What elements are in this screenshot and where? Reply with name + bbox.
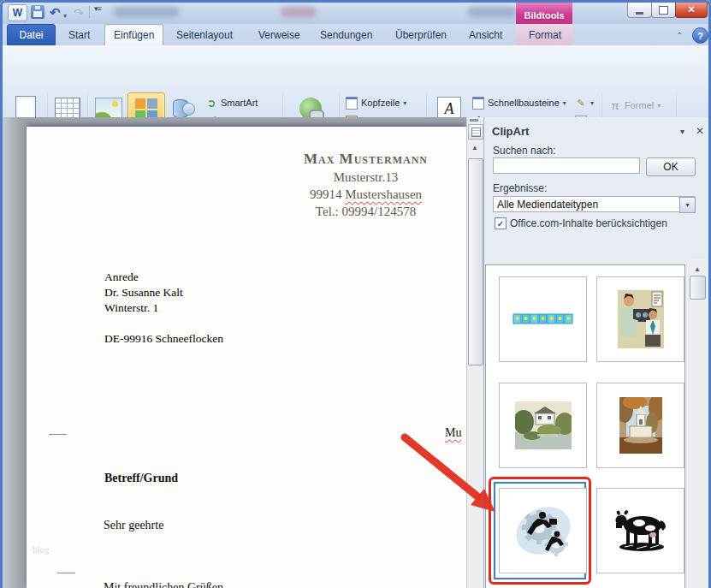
- recipient-city-line: DE-99916 Schneeflocken: [104, 331, 223, 347]
- dropdown-icon: ▾: [657, 103, 661, 109]
- results-scroll-up-icon[interactable]: ▲: [690, 262, 704, 276]
- letterhead-name: Max Mustermann: [257, 151, 475, 168]
- clipart-thumbnail-eye-exam[interactable]: [596, 276, 684, 362]
- close-button[interactable]: ✕: [675, 3, 708, 18]
- maximize-button[interactable]: [651, 3, 676, 18]
- dropdown-icon: ▾: [563, 100, 566, 106]
- clipart-thumbnail-cow[interactable]: [596, 488, 684, 573]
- media-type-dropdown-icon[interactable]: ▾: [679, 197, 696, 213]
- ribbon: Seiten ▾ Tabelle ▾ Tabellen Grafik ClipA…: [0, 45, 711, 118]
- cow-image: [611, 508, 671, 553]
- formel-button: π Formel ▾: [609, 97, 661, 114]
- help-icon[interactable]: ?: [692, 27, 708, 44]
- undo-dropdown-icon[interactable]: ▾: [63, 9, 67, 23]
- equation-pi-icon: π: [609, 99, 621, 111]
- schnellbausteine-button[interactable]: Schnellbausteine ▾: [472, 94, 566, 111]
- minimize-button[interactable]: [627, 3, 652, 18]
- letterhead-street: Musterstr.13: [257, 170, 475, 185]
- tab-seitenlayout[interactable]: Seitenlayout: [168, 24, 241, 45]
- contextual-tab-group-header: Bildtools: [516, 0, 572, 24]
- save-icon[interactable]: [31, 5, 44, 19]
- film-strip-image: [513, 312, 574, 326]
- salutation-line: Sehr geehrte: [104, 519, 163, 532]
- word-application-icon[interactable]: W: [8, 4, 27, 21]
- redo-icon: ↷: [74, 5, 84, 20]
- recipient-street-line: Winterstr. 1: [104, 300, 223, 316]
- house-lake-image: [515, 401, 572, 449]
- word-window: W ↶ ▾ ↷ ▾≡ Bildtools ✕ Datei Start Einfü…: [0, 0, 711, 588]
- church-autumn-image: [619, 397, 662, 454]
- clipart-thumbnail-film-strip[interactable]: [499, 276, 587, 362]
- subject-line: Betreff/Grund: [104, 472, 178, 485]
- media-type-select[interactable]: Alle Mediendateitypen: [493, 196, 695, 212]
- recipient-salutation-line: Anrede: [104, 270, 223, 285]
- header-icon: [346, 97, 358, 109]
- kopfzeile-button[interactable]: Kopfzeile ▾: [346, 94, 406, 111]
- document-page[interactable]: Max Mustermann Musterstr.13 99914 Muster…: [27, 127, 466, 588]
- scroll-up-arrow-icon[interactable]: ▲: [468, 140, 482, 154]
- closing-line-clipped: Mit freundlichen Grüßen: [104, 581, 223, 588]
- tab-ueberpruefen[interactable]: Überprüfen: [387, 24, 455, 45]
- task-pane-title: ClipArt: [492, 125, 529, 138]
- results-scrollbar[interactable]: [687, 259, 708, 588]
- fold-mark: [57, 573, 75, 573]
- recipient-name-line: Dr. Susanne Kalt: [104, 285, 223, 300]
- office-content-checkbox[interactable]: ✓: [495, 217, 507, 229]
- signature-line-icon: ✎: [575, 97, 587, 109]
- task-pane-menu-icon[interactable]: ▾: [680, 127, 684, 136]
- dropdown-icon: ▾: [403, 100, 406, 106]
- smartart-icon: ➲: [205, 97, 217, 109]
- ruler-toggle-icon[interactable]: [468, 124, 483, 140]
- redacted-title-text: [281, 7, 317, 17]
- redacted-title-text: [467, 7, 517, 17]
- split-handle[interactable]: [470, 119, 478, 122]
- fold-mark: [49, 434, 67, 435]
- office-content-checkbox-label: Office.com-Inhalte berücksichtigen: [510, 217, 667, 229]
- tab-sendungen[interactable]: Sendungen: [311, 24, 381, 45]
- dateline-fragment: Mu: [445, 426, 461, 440]
- tab-start[interactable]: Start: [60, 24, 98, 45]
- undo-icon[interactable]: ↶: [50, 5, 61, 20]
- tab-verweise[interactable]: Verweise: [250, 24, 309, 45]
- clipart-thumbnail-teamwork-gears[interactable]: [499, 488, 587, 573]
- qat-separator: [89, 6, 90, 18]
- smartart-button[interactable]: ➲ SmartArt: [205, 94, 258, 111]
- title-bar: W ↶ ▾ ↷ ▾≡ Bildtools ✕: [0, 0, 711, 24]
- tab-format[interactable]: Format: [520, 24, 570, 45]
- search-input[interactable]: [493, 157, 640, 174]
- ok-button[interactable]: OK: [646, 157, 696, 176]
- letterhead-block: Max Mustermann Musterstr.13 99914 Muster…: [257, 151, 475, 219]
- recipient-address: Anrede Dr. Susanne Kalt Winterstr. 1 DE-…: [104, 270, 223, 347]
- tab-ansicht[interactable]: Ansicht: [460, 24, 511, 45]
- letterhead-phone: Tel.: 09994/124578: [257, 205, 475, 219]
- results-scrollbar-thumb[interactable]: [690, 276, 706, 300]
- clipart-thumbnail-house-lake[interactable]: [499, 383, 587, 468]
- results-label: Ergebnisse:: [493, 182, 547, 194]
- letterhead-city: 99914 Mustershausen: [257, 187, 475, 202]
- watermark-text: blog: [33, 544, 50, 555]
- task-pane-close-icon[interactable]: ✕: [696, 125, 704, 137]
- clipart-thumbnail-church-autumn[interactable]: [596, 383, 684, 468]
- collapse-ribbon-icon[interactable]: ⌃: [676, 31, 683, 40]
- quick-parts-icon: [472, 97, 484, 109]
- customize-qat-icon[interactable]: ▾≡: [94, 4, 101, 13]
- signature-line-button[interactable]: ✎ ▾: [575, 94, 594, 111]
- tab-einfuegen[interactable]: Einfügen: [104, 24, 163, 45]
- teamwork-gears-image: [512, 496, 575, 565]
- dropdown-icon: ▾: [590, 100, 594, 106]
- tab-datei[interactable]: Datei: [7, 24, 56, 45]
- search-label: Suchen nach:: [493, 145, 555, 157]
- redacted-title-text: [113, 7, 180, 17]
- eye-exam-image: [618, 290, 664, 348]
- document-scrollbar-thumb[interactable]: [468, 158, 483, 365]
